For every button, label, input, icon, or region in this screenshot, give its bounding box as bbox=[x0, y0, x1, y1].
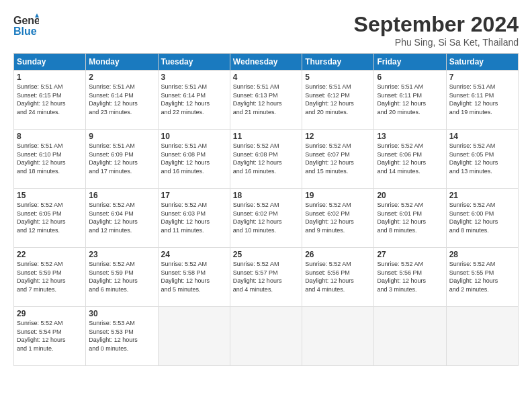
day-info: Sunrise: 5:52 AM Sunset: 5:59 PM Dayligh… bbox=[89, 260, 154, 293]
header-thursday: Thursday bbox=[302, 54, 374, 71]
day-cell-6: 6Sunrise: 5:51 AM Sunset: 6:11 PM Daylig… bbox=[374, 71, 446, 130]
day-info: Sunrise: 5:52 AM Sunset: 6:08 PM Dayligh… bbox=[233, 142, 299, 175]
day-number: 10 bbox=[161, 132, 227, 141]
day-number: 15 bbox=[17, 191, 83, 200]
day-cell-30: 30Sunrise: 5:53 AM Sunset: 5:53 PM Dayli… bbox=[86, 307, 158, 366]
day-number: 2 bbox=[89, 73, 154, 82]
day-info: Sunrise: 5:52 AM Sunset: 5:54 PM Dayligh… bbox=[17, 319, 83, 353]
day-cell-14: 14Sunrise: 5:52 AM Sunset: 6:05 PM Dayli… bbox=[446, 130, 518, 189]
calendar-week-row: 15Sunrise: 5:52 AM Sunset: 6:05 PM Dayli… bbox=[14, 189, 519, 248]
day-cell-7: 7Sunrise: 5:51 AM Sunset: 6:11 PM Daylig… bbox=[446, 71, 518, 130]
day-number: 7 bbox=[449, 73, 515, 82]
day-number: 4 bbox=[233, 73, 299, 82]
day-info: Sunrise: 5:52 AM Sunset: 5:56 PM Dayligh… bbox=[305, 260, 371, 293]
day-cell-2: 2Sunrise: 5:51 AM Sunset: 6:14 PM Daylig… bbox=[86, 71, 158, 130]
day-number: 5 bbox=[305, 73, 371, 82]
day-info: Sunrise: 5:53 AM Sunset: 5:53 PM Dayligh… bbox=[89, 319, 154, 353]
svg-text:Blue: Blue bbox=[13, 26, 37, 37]
day-info: Sunrise: 5:52 AM Sunset: 6:02 PM Dayligh… bbox=[233, 201, 299, 234]
day-info: Sunrise: 5:51 AM Sunset: 6:10 PM Dayligh… bbox=[17, 142, 83, 175]
day-info: Sunrise: 5:51 AM Sunset: 6:11 PM Dayligh… bbox=[449, 83, 515, 116]
day-cell-26: 26Sunrise: 5:52 AM Sunset: 5:56 PM Dayli… bbox=[302, 248, 374, 307]
day-cell-8: 8Sunrise: 5:51 AM Sunset: 6:10 PM Daylig… bbox=[14, 130, 86, 189]
day-number: 6 bbox=[377, 73, 443, 82]
day-cell-17: 17Sunrise: 5:52 AM Sunset: 6:03 PM Dayli… bbox=[158, 189, 230, 248]
day-number: 3 bbox=[161, 73, 227, 82]
svg-text:General: General bbox=[13, 15, 39, 26]
day-cell-10: 10Sunrise: 5:51 AM Sunset: 6:08 PM Dayli… bbox=[158, 130, 230, 189]
day-info: Sunrise: 5:51 AM Sunset: 6:11 PM Dayligh… bbox=[377, 83, 443, 116]
month-title: September 2024 bbox=[354, 12, 519, 37]
logo-icon: General Blue bbox=[13, 12, 39, 38]
day-number: 19 bbox=[305, 191, 371, 200]
day-number: 25 bbox=[233, 250, 299, 259]
header-monday: Monday bbox=[86, 54, 158, 71]
day-info: Sunrise: 5:52 AM Sunset: 6:07 PM Dayligh… bbox=[305, 142, 371, 175]
empty-cell bbox=[374, 307, 446, 366]
day-number: 28 bbox=[449, 250, 515, 259]
day-info: Sunrise: 5:52 AM Sunset: 6:06 PM Dayligh… bbox=[377, 142, 443, 175]
day-cell-15: 15Sunrise: 5:52 AM Sunset: 6:05 PM Dayli… bbox=[14, 189, 86, 248]
day-number: 12 bbox=[305, 132, 371, 141]
day-info: Sunrise: 5:52 AM Sunset: 6:03 PM Dayligh… bbox=[161, 201, 227, 234]
day-cell-12: 12Sunrise: 5:52 AM Sunset: 6:07 PM Dayli… bbox=[302, 130, 374, 189]
calendar-week-row: 8Sunrise: 5:51 AM Sunset: 6:10 PM Daylig… bbox=[14, 130, 519, 189]
day-cell-25: 25Sunrise: 5:52 AM Sunset: 5:57 PM Dayli… bbox=[230, 248, 302, 307]
day-cell-1: 1Sunrise: 5:51 AM Sunset: 6:15 PM Daylig… bbox=[14, 71, 86, 130]
day-info: Sunrise: 5:52 AM Sunset: 5:56 PM Dayligh… bbox=[377, 260, 443, 293]
day-number: 20 bbox=[377, 191, 443, 200]
empty-cell bbox=[302, 307, 374, 366]
day-info: Sunrise: 5:51 AM Sunset: 6:08 PM Dayligh… bbox=[161, 142, 227, 175]
day-info: Sunrise: 5:52 AM Sunset: 6:05 PM Dayligh… bbox=[449, 142, 515, 175]
day-cell-22: 22Sunrise: 5:52 AM Sunset: 5:59 PM Dayli… bbox=[14, 248, 86, 307]
day-number: 22 bbox=[17, 250, 83, 259]
header-saturday: Saturday bbox=[446, 54, 518, 71]
header-friday: Friday bbox=[374, 54, 446, 71]
day-info: Sunrise: 5:52 AM Sunset: 6:04 PM Dayligh… bbox=[89, 201, 154, 234]
day-cell-24: 24Sunrise: 5:52 AM Sunset: 5:58 PM Dayli… bbox=[158, 248, 230, 307]
day-info: Sunrise: 5:51 AM Sunset: 6:15 PM Dayligh… bbox=[17, 83, 83, 116]
day-number: 27 bbox=[377, 250, 443, 259]
day-info: Sunrise: 5:51 AM Sunset: 6:14 PM Dayligh… bbox=[161, 83, 227, 116]
day-info: Sunrise: 5:52 AM Sunset: 5:57 PM Dayligh… bbox=[233, 260, 299, 293]
day-info: Sunrise: 5:51 AM Sunset: 6:14 PM Dayligh… bbox=[89, 83, 154, 116]
day-number: 9 bbox=[89, 132, 154, 141]
day-cell-9: 9Sunrise: 5:51 AM Sunset: 6:09 PM Daylig… bbox=[86, 130, 158, 189]
day-number: 16 bbox=[89, 191, 154, 200]
day-cell-4: 4Sunrise: 5:51 AM Sunset: 6:13 PM Daylig… bbox=[230, 71, 302, 130]
day-info: Sunrise: 5:52 AM Sunset: 5:59 PM Dayligh… bbox=[17, 260, 83, 293]
day-number: 30 bbox=[89, 309, 154, 318]
day-cell-13: 13Sunrise: 5:52 AM Sunset: 6:06 PM Dayli… bbox=[374, 130, 446, 189]
day-info: Sunrise: 5:51 AM Sunset: 6:12 PM Dayligh… bbox=[305, 83, 371, 116]
empty-cell bbox=[158, 307, 230, 366]
calendar-week-row: 22Sunrise: 5:52 AM Sunset: 5:59 PM Dayli… bbox=[14, 248, 519, 307]
calendar: SundayMondayTuesdayWednesdayThursdayFrid… bbox=[13, 53, 519, 366]
header-sunday: Sunday bbox=[14, 54, 86, 71]
day-cell-27: 27Sunrise: 5:52 AM Sunset: 5:56 PM Dayli… bbox=[374, 248, 446, 307]
location: Phu Sing, Si Sa Ket, Thailand bbox=[354, 37, 519, 48]
day-info: Sunrise: 5:51 AM Sunset: 6:13 PM Dayligh… bbox=[233, 83, 299, 116]
day-number: 29 bbox=[17, 309, 83, 318]
header-wednesday: Wednesday bbox=[230, 54, 302, 71]
day-cell-16: 16Sunrise: 5:52 AM Sunset: 6:04 PM Dayli… bbox=[86, 189, 158, 248]
day-number: 26 bbox=[305, 250, 371, 259]
day-cell-3: 3Sunrise: 5:51 AM Sunset: 6:14 PM Daylig… bbox=[158, 71, 230, 130]
day-cell-20: 20Sunrise: 5:52 AM Sunset: 6:01 PM Dayli… bbox=[374, 189, 446, 248]
day-info: Sunrise: 5:51 AM Sunset: 6:09 PM Dayligh… bbox=[89, 142, 154, 175]
calendar-week-row: 1Sunrise: 5:51 AM Sunset: 6:15 PM Daylig… bbox=[14, 71, 519, 130]
logo: General Blue bbox=[13, 12, 39, 38]
empty-cell bbox=[230, 307, 302, 366]
day-number: 18 bbox=[233, 191, 299, 200]
day-cell-11: 11Sunrise: 5:52 AM Sunset: 6:08 PM Dayli… bbox=[230, 130, 302, 189]
day-cell-29: 29Sunrise: 5:52 AM Sunset: 5:54 PM Dayli… bbox=[14, 307, 86, 366]
day-info: Sunrise: 5:52 AM Sunset: 5:55 PM Dayligh… bbox=[449, 260, 515, 293]
day-cell-5: 5Sunrise: 5:51 AM Sunset: 6:12 PM Daylig… bbox=[302, 71, 374, 130]
day-number: 17 bbox=[161, 191, 227, 200]
title-section: September 2024 Phu Sing, Si Sa Ket, Thai… bbox=[354, 12, 519, 48]
day-number: 8 bbox=[17, 132, 83, 141]
empty-cell bbox=[446, 307, 518, 366]
day-number: 13 bbox=[377, 132, 443, 141]
header-tuesday: Tuesday bbox=[158, 54, 230, 71]
day-number: 14 bbox=[449, 132, 515, 141]
day-info: Sunrise: 5:52 AM Sunset: 6:02 PM Dayligh… bbox=[305, 201, 371, 234]
